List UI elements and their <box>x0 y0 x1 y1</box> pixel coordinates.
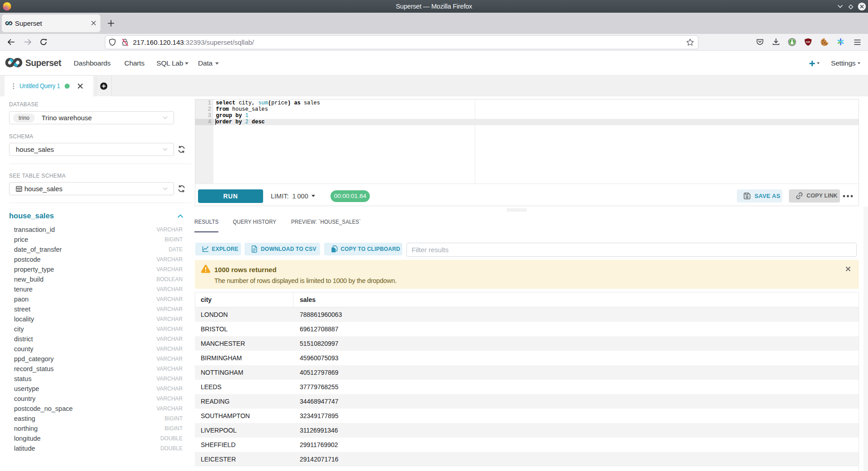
svg-text:UO: UO <box>806 40 810 43</box>
